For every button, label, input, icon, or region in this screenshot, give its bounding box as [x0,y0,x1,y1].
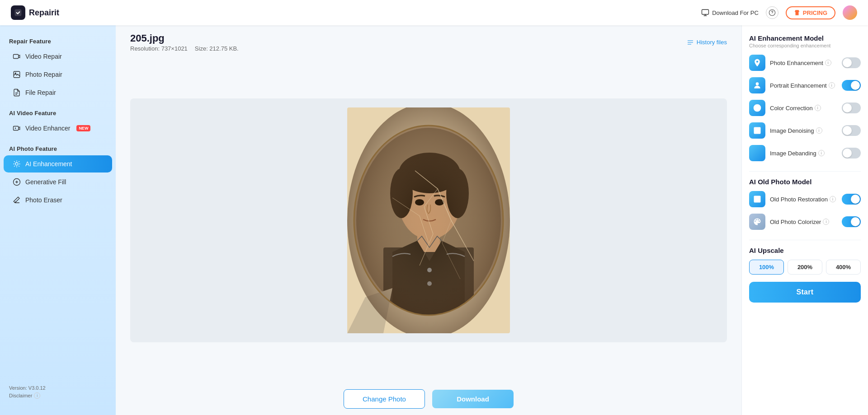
file-name: 205.jpg [130,33,239,44]
image-debanding-info[interactable]: i [818,150,825,156]
photo-enhancement-icon [749,55,765,71]
enhancement-model-title: AI Enhancement Model [749,34,861,42]
photo-enhancement-toggle[interactable] [842,57,861,68]
sidebar-item-generative-fill[interactable]: Generative Fill [4,173,112,191]
portrait-enhancement-icon [749,77,765,93]
svg-rect-28 [754,196,761,203]
color-correction-toggle[interactable] [842,103,861,113]
svg-point-29 [755,197,757,199]
old-photo-restoration-toggle[interactable] [842,194,861,205]
portrait-enhancement-name: Portrait Enhancement i [770,82,837,89]
upscale-100-button[interactable]: 100% [749,260,784,275]
right-panel: AI Enhancement Model Choose correspondin… [741,25,868,415]
help-button[interactable] [766,6,778,19]
new-badge: NEW [76,125,90,131]
history-files-button[interactable]: History files [687,39,727,46]
color-correction-row: Color Correction i [749,100,861,116]
ai-video-feature-label: AI Video Feature [0,106,116,119]
image-denoising-info[interactable]: i [816,127,822,134]
change-photo-button[interactable]: Change Photo [344,389,425,409]
video-enhancer-label: Video Enhancer [25,125,70,132]
file-size: Size: 212.75 KB. [195,45,239,52]
disclaimer-label: Disclaimer [9,393,32,398]
sidebar-item-video-enhancer[interactable]: Video Enhancer NEW [4,120,112,137]
sidebar: Repair Feature Video Repair Photo Repair… [0,25,116,415]
enhancement-model-subtitle: Choose corresponding enhancement [749,43,861,48]
image-preview-area [116,57,741,383]
sidebar-item-file-repair[interactable]: File Repair [4,84,112,101]
svg-point-7 [15,163,18,165]
file-repair-label: File Repair [25,89,56,96]
photo-enhancement-name: Photo Enhancement i [770,60,837,66]
portrait-enhancement-row: Portrait Enhancement i [749,77,861,93]
photo-repair-label: Photo Repair [25,71,62,78]
disclaimer-button[interactable]: Disclaimer i [9,392,107,399]
photo-eraser-label: Photo Eraser [25,196,62,204]
brand-name: Repairit [29,8,59,18]
panel-divider-2 [749,240,861,240]
image-debanding-name: Image Debanding i [770,150,837,157]
video-repair-label: Video Repair [25,53,62,60]
image-denoising-row: Image Denoising i [749,122,861,139]
file-info-left: 205.jpg Resolution: 737×1021 Size: 212.7… [130,33,239,52]
sidebar-item-ai-enhancement[interactable]: AI Enhancement [4,155,112,173]
photo-enhancement-row: Photo Enhancement i [749,55,861,71]
old-photo-restoration-info[interactable]: i [830,196,836,202]
history-files-label: History files [697,39,727,46]
pricing-label: PRICING [803,9,827,16]
sidebar-footer: Version: V3.0.12 Disclaimer i [0,378,116,406]
svg-rect-3 [14,55,19,59]
old-photo-restoration-row: Old Photo Restoration i [749,191,861,207]
sidebar-item-video-repair[interactable]: Video Repair [4,48,112,65]
old-photo-colorizer-info[interactable]: i [823,219,829,225]
ai-photo-feature-label: AI Photo Feature [0,142,116,155]
old-photo-restoration-icon [749,191,765,207]
sidebar-item-photo-eraser[interactable]: Photo Eraser [4,191,112,209]
main-layout: Repair Feature Video Repair Photo Repair… [0,25,868,415]
file-meta: Resolution: 737×1021 Size: 212.75 KB. [130,45,239,52]
start-button[interactable]: Start [749,282,861,303]
svg-point-5 [15,73,16,74]
ai-enhancement-label: AI Enhancement [25,160,72,168]
image-debanding-icon [749,145,765,161]
portrait-enhancement-info[interactable]: i [829,82,835,89]
old-photo-restoration-name: Old Photo Restoration i [770,196,837,203]
upscale-200-button[interactable]: 200% [788,260,822,275]
old-photo-model-title: AI Old Photo Model [749,178,861,186]
svg-rect-0 [15,9,22,16]
file-resolution: Resolution: 737×1021 [130,45,188,52]
download-button[interactable]: Download [432,390,514,408]
app-logo [11,5,25,20]
generative-fill-label: Generative Fill [25,178,66,186]
image-denoising-toggle[interactable] [842,125,861,136]
download-pc-button[interactable]: Download For PC [701,9,759,17]
pricing-button[interactable]: PRICING [786,6,835,19]
svg-rect-27 [754,127,761,134]
content-area: 205.jpg Resolution: 737×1021 Size: 212.7… [116,25,741,415]
sidebar-item-photo-repair[interactable]: Photo Repair [4,66,112,83]
user-avatar[interactable] [843,5,857,20]
color-correction-info[interactable]: i [815,105,821,111]
svg-point-26 [754,104,761,112]
image-debanding-toggle[interactable] [842,148,861,159]
topbar-left: Repairit [11,5,59,20]
download-pc-label: Download For PC [712,9,759,16]
upscale-options: 100% 200% 400% [749,260,861,275]
photo-enhancement-info[interactable]: i [825,60,831,66]
image-container [130,98,727,342]
image-debanding-row: Image Debanding i [749,145,861,161]
old-photo-colorizer-toggle[interactable] [842,216,861,227]
svg-point-23 [347,107,510,333]
svg-rect-1 [702,9,709,14]
old-photo-colorizer-row: Old Photo Colorizer i [749,214,861,230]
color-correction-name: Color Correction i [770,105,837,112]
action-bar: Change Photo Download [116,383,741,415]
version-label: Version: V3.0.12 [9,385,107,391]
panel-divider-1 [749,171,861,172]
file-info-bar: 205.jpg Resolution: 737×1021 Size: 212.7… [116,25,741,57]
repair-feature-label: Repair Feature [0,34,116,47]
portrait-enhancement-toggle[interactable] [842,80,861,91]
svg-point-25 [756,82,759,85]
upscale-400-button[interactable]: 400% [826,260,861,275]
color-correction-icon [749,100,765,116]
